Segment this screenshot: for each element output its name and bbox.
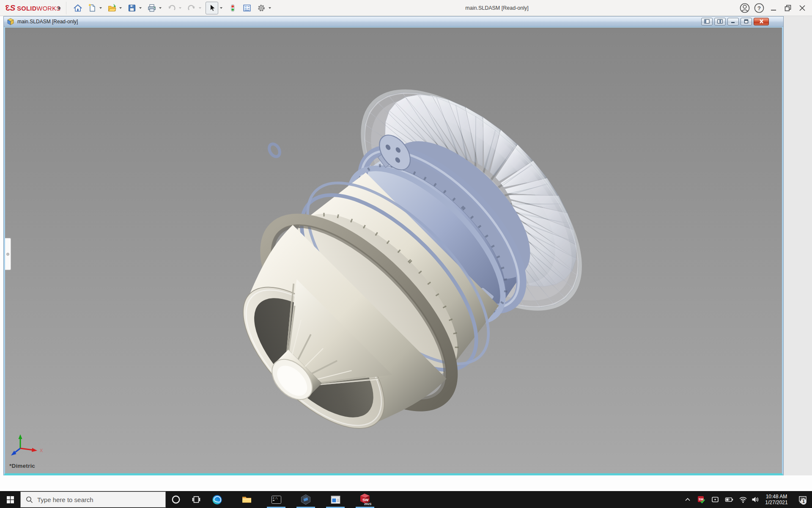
print-icon — [147, 3, 156, 13]
display-options-icon — [242, 3, 252, 13]
svg-text:?: ? — [757, 5, 761, 11]
expand-arrow-icon — [58, 6, 61, 10]
undo-button[interactable] — [166, 2, 177, 14]
search-input[interactable] — [37, 496, 143, 503]
app-window-button[interactable] — [325, 491, 346, 508]
new-document-button[interactable] — [86, 2, 98, 14]
doc-pane-left-button[interactable] — [701, 18, 713, 25]
windows-taskbar: C:\ SW 2021 — [0, 491, 812, 508]
select-tool-button[interactable] — [206, 2, 218, 14]
settings-button[interactable] — [255, 2, 267, 14]
edge-icon — [212, 494, 222, 505]
status-light-button[interactable] — [227, 2, 238, 14]
hexagon-app-icon — [300, 494, 311, 505]
chevron-up-icon — [684, 496, 691, 503]
save-dropdown[interactable] — [137, 2, 143, 14]
display-options-button[interactable] — [241, 2, 252, 14]
account-button[interactable] — [738, 1, 752, 15]
select-arrow-icon — [207, 3, 217, 13]
restore-icon — [782, 3, 793, 14]
main-toolbar — [72, 0, 275, 16]
home-button[interactable] — [72, 2, 83, 14]
volume-tray-button[interactable] — [749, 491, 761, 508]
chevron-down-icon — [99, 7, 102, 9]
solidworks-2021-icon: SW 2021 — [359, 493, 371, 506]
settings-dropdown[interactable] — [267, 2, 272, 14]
sw-resource-monitor-tray[interactable]: SW — [695, 491, 707, 508]
command-prompt-icon: C:\ — [271, 494, 282, 505]
app-titlebar: 3S SOLIDWORKS — [0, 0, 812, 16]
minimize-button[interactable] — [766, 1, 781, 15]
redo-dropdown[interactable] — [197, 2, 203, 14]
hexagon-app-button[interactable] — [296, 491, 316, 508]
status-light-icon — [228, 3, 237, 13]
jet-engine-model — [5, 28, 782, 473]
view-orientation-label: *Dimetric — [9, 463, 35, 469]
settings-gear-icon — [257, 3, 266, 13]
doc-close-button[interactable] — [754, 18, 769, 25]
pane-right-icon — [717, 19, 723, 24]
chevron-down-icon — [220, 7, 222, 9]
notification-badge: 1 — [801, 499, 807, 505]
window-controls: ? — [738, 0, 809, 16]
help-button[interactable]: ? — [752, 1, 766, 15]
wifi-icon — [739, 495, 747, 504]
cortana-icon — [171, 495, 181, 504]
document-titlebar[interactable]: main.SLDASM [Read-only] — [4, 17, 783, 27]
save-icon — [127, 3, 137, 13]
undo-dropdown[interactable] — [177, 2, 183, 14]
speaker-icon — [751, 495, 760, 504]
print-dropdown[interactable] — [157, 2, 163, 14]
toolbar-expand-button[interactable] — [57, 5, 63, 11]
chevron-down-icon — [269, 7, 271, 9]
battery-tray-button[interactable] — [723, 491, 735, 508]
app-client-area: main.SLDASM [Read-only] — [0, 16, 812, 491]
cortana-button[interactable] — [166, 491, 186, 508]
solidworks-taskbar-button[interactable]: SW 2021 — [355, 491, 375, 508]
select-tool-dropdown[interactable] — [218, 2, 224, 14]
viewport[interactable]: X *Dimetric — [4, 27, 783, 475]
new-document-dropdown[interactable] — [98, 2, 103, 14]
save-button[interactable] — [126, 2, 137, 14]
undo-icon — [167, 3, 176, 13]
doc-restore-button[interactable] — [741, 18, 752, 25]
toolbar-separator — [66, 2, 66, 14]
sw-resource-monitor-icon: SW — [697, 496, 705, 504]
new-document-icon — [88, 3, 97, 13]
task-view-button[interactable] — [186, 491, 206, 508]
solidworks-logo: 3S SOLIDWORKS — [6, 3, 60, 13]
app-title: main.SLDASM [Read-only] — [436, 5, 558, 11]
redo-button[interactable] — [186, 2, 197, 14]
taskbar-search[interactable] — [20, 491, 166, 508]
sw-year: 2021 — [364, 502, 371, 506]
start-button[interactable] — [0, 491, 20, 508]
file-explorer-button[interactable] — [236, 491, 257, 508]
close-button[interactable] — [795, 1, 809, 15]
document-title: main.SLDASM [Read-only] — [17, 19, 78, 25]
document-window: main.SLDASM [Read-only] — [3, 16, 784, 475]
cmd-prompt-label: C:\ — [273, 497, 278, 500]
help-icon: ? — [754, 3, 765, 14]
featuremanager-collapsed-tab[interactable] — [5, 238, 11, 270]
redo-icon — [187, 3, 196, 13]
orientation-triad: X — [8, 434, 48, 464]
wifi-tray-button[interactable] — [737, 491, 749, 508]
display-tray-button[interactable] — [709, 491, 721, 508]
triad-x-label: X — [40, 448, 43, 453]
minimize-icon — [768, 3, 779, 14]
pane-left-icon — [704, 19, 710, 24]
open-dropdown[interactable] — [118, 2, 123, 14]
chevron-down-icon — [159, 7, 162, 9]
restore-button[interactable] — [781, 1, 795, 15]
show-hidden-icons-button[interactable] — [682, 491, 694, 508]
print-button[interactable] — [146, 2, 157, 14]
doc-pane-right-button[interactable] — [714, 18, 726, 25]
open-button[interactable] — [106, 2, 118, 14]
edge-button[interactable] — [207, 491, 227, 508]
doc-close-icon — [759, 19, 764, 24]
windows-logo-icon — [7, 496, 14, 503]
assembly-document-icon — [7, 18, 14, 25]
taskbar-clock[interactable]: 10:48 AM 1/27/2021 — [760, 494, 793, 505]
command-prompt-button[interactable]: C:\ — [266, 491, 286, 508]
doc-minimize-button[interactable] — [727, 18, 739, 25]
